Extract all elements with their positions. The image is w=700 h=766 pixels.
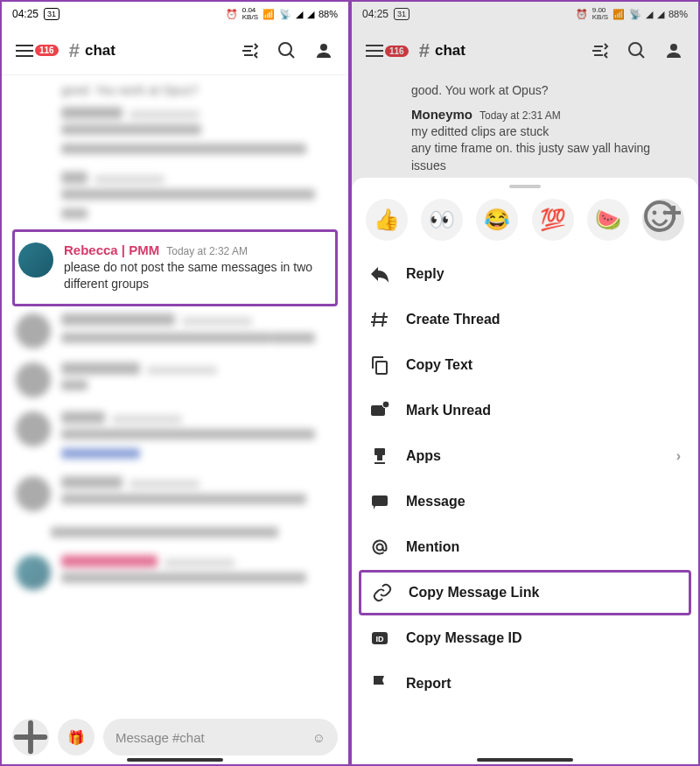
unread-badge: 116 [385, 46, 409, 57]
status-time: 04:25 [12, 8, 38, 20]
channel-title[interactable]: # chat [69, 39, 116, 62]
reaction-eyes[interactable]: 👀 [421, 199, 463, 241]
alarm-icon: ⏰ [576, 9, 588, 20]
menu-copy-text[interactable]: Copy Text [352, 342, 698, 388]
signal2-icon: ◢ [646, 9, 653, 20]
menu-mark-unread[interactable]: Mark Unread [352, 388, 698, 433]
signal3-icon: ◢ [657, 9, 664, 20]
reaction-thumbsup[interactable]: 👍 [366, 199, 408, 241]
reply-icon [369, 264, 390, 285]
context-menu-sheet: 👍 👀 😂 💯 🍉 Reply Create Thread Copy Text … [352, 178, 698, 764]
channel-title[interactable]: # chat [419, 39, 466, 62]
menu-copy-message-id[interactable]: IDCopy Message ID [352, 615, 698, 661]
message-icon [369, 491, 390, 512]
menu-report[interactable]: Report [352, 661, 698, 706]
message-author[interactable]: Rebecca | PMM [64, 242, 159, 257]
svg-point-5 [653, 211, 657, 215]
svg-point-6 [663, 211, 668, 215]
signal-icon: 📡 [279, 9, 291, 20]
context-menu: Reply Create Thread Copy Text Mark Unrea… [352, 251, 698, 764]
link-icon [372, 582, 393, 603]
gift-button[interactable]: 🎁 [58, 719, 94, 755]
message-list[interactable]: good. You work at Opus? Rebecca | PMMTod… [2, 75, 348, 604]
flag-icon [369, 673, 390, 694]
svg-rect-11 [377, 455, 382, 460]
signal3-icon: ◢ [307, 9, 314, 20]
message-input[interactable]: Message #chat ☺ [103, 719, 338, 755]
svg-point-13 [377, 545, 383, 551]
battery-text: 88% [668, 9, 688, 19]
reaction-add[interactable] [642, 199, 684, 241]
menu-reply[interactable]: Reply [352, 251, 698, 297]
svg-rect-7 [376, 362, 387, 374]
copy-icon [369, 355, 390, 376]
mention-icon [369, 537, 390, 558]
wifi-icon: 📶 [612, 9, 625, 20]
menu-create-thread[interactable]: Create Thread [352, 297, 698, 342]
members-icon[interactable] [313, 40, 334, 61]
status-bar: 04:25 31 ⏰ 0.04KB/S 📶 📡 ◢ ◢ 88% [2, 2, 348, 26]
quick-reactions: 👍 👀 😂 💯 🍉 [352, 192, 698, 251]
reaction-joy[interactable]: 😂 [476, 199, 518, 241]
menu-copy-message-link[interactable]: Copy Message Link [359, 570, 691, 615]
message-text: please do not post the same messages in … [64, 259, 332, 293]
message-author[interactable]: Moneymo [411, 107, 472, 122]
threads-icon[interactable] [240, 40, 261, 61]
menu-button[interactable]: 116 [366, 45, 409, 57]
attach-button[interactable] [12, 719, 49, 755]
id-icon: ID [369, 628, 390, 649]
status-date: 31 [44, 8, 60, 20]
svg-point-2 [629, 43, 641, 55]
battery-text: 88% [318, 9, 338, 19]
wifi-icon: 📶 [262, 9, 275, 20]
search-icon[interactable] [276, 40, 298, 61]
sheet-handle[interactable] [509, 185, 541, 188]
nav-handle [127, 758, 223, 762]
threads-icon[interactable] [590, 40, 611, 61]
menu-button[interactable]: 116 [16, 45, 59, 57]
signal2-icon: ◢ [296, 9, 303, 20]
svg-point-0 [279, 43, 291, 55]
hash-icon: # [69, 39, 80, 62]
message-composer: 🎁 Message #chat ☺ [12, 719, 338, 755]
unread-icon [369, 400, 390, 421]
emoji-picker-icon[interactable]: ☺ [312, 730, 326, 745]
svg-text:ID: ID [376, 635, 385, 643]
chevron-right-icon: › [676, 448, 681, 464]
thread-icon [369, 309, 390, 330]
reaction-watermelon[interactable]: 🍉 [587, 199, 629, 241]
alarm-icon: ⏰ [226, 9, 238, 20]
menu-mention[interactable]: Mention [352, 524, 698, 570]
status-date: 31 [394, 8, 410, 20]
status-bar: 04:25 31 ⏰ 9.00KB/S 📶 📡 ◢ ◢ 88% [352, 2, 698, 26]
highlighted-message[interactable]: Rebecca | PMMToday at 2:32 AM please do … [12, 229, 338, 306]
reaction-100[interactable]: 💯 [532, 199, 574, 241]
svg-rect-10 [374, 448, 385, 455]
svg-point-3 [670, 44, 677, 51]
message-timestamp: Today at 2:31 AM [480, 109, 561, 122]
nav-handle [477, 758, 573, 762]
left-panel: 04:25 31 ⏰ 0.04KB/S 📶 📡 ◢ ◢ 88% 116 # ch… [2, 2, 348, 764]
svg-rect-12 [372, 495, 388, 506]
channel-header: 116 # chat [352, 26, 698, 75]
menu-apps[interactable]: Apps› [352, 433, 698, 479]
status-time: 04:25 [362, 8, 388, 20]
members-icon[interactable] [663, 40, 684, 61]
menu-message[interactable]: Message [352, 479, 698, 524]
right-panel: 04:25 31 ⏰ 9.00KB/S 📶 📡 ◢ ◢ 88% 116 # ch… [352, 2, 698, 764]
svg-point-1 [320, 44, 327, 51]
svg-point-9 [382, 401, 389, 408]
signal-icon: 📡 [629, 9, 641, 20]
search-icon[interactable] [626, 40, 648, 61]
message-timestamp: Today at 2:32 AM [166, 245, 248, 257]
avatar[interactable] [18, 242, 53, 278]
hash-icon: # [419, 39, 430, 62]
channel-header: 116 # chat [2, 26, 348, 75]
unread-badge: 116 [35, 45, 59, 56]
apps-icon [369, 446, 390, 467]
